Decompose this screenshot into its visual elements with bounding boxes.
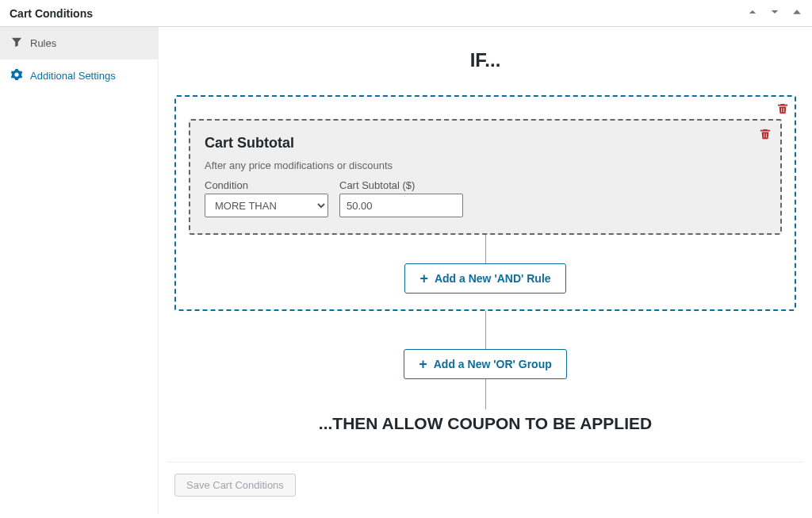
or-group: Cart Subtotal After any price modificati… — [174, 95, 796, 311]
then-heading: ...THEN ALLOW COUPON TO BE APPLIED — [167, 414, 804, 433]
rule-title: Cart Subtotal — [205, 135, 766, 152]
condition-field: Condition MORE THAN — [205, 179, 328, 217]
subtotal-input[interactable] — [339, 194, 463, 217]
connector-line — [485, 311, 486, 349]
funnel-icon — [11, 36, 22, 50]
sidebar: Rules Additional Settings — [0, 27, 159, 514]
add-and-label: Add a New 'AND' Rule — [435, 272, 551, 285]
panel-actions — [747, 6, 802, 20]
save-button[interactable]: Save Cart Conditions — [174, 474, 296, 497]
main-wrap: Rules Additional Settings IF... Cart Sub… — [0, 27, 812, 514]
collapse-icon[interactable] — [791, 6, 802, 20]
condition-select[interactable]: MORE THAN — [205, 194, 328, 217]
connector-line — [485, 235, 486, 263]
subtotal-label: Cart Subtotal ($) — [339, 179, 463, 191]
connector-line — [485, 379, 486, 409]
panel-title: Cart Conditions — [10, 7, 93, 20]
sidebar-item-additional-settings[interactable]: Additional Settings — [0, 59, 158, 92]
sidebar-item-rules[interactable]: Rules — [0, 27, 158, 59]
sidebar-item-label: Additional Settings — [30, 70, 116, 82]
rule-fields: Condition MORE THAN Cart Subtotal ($) — [205, 179, 766, 217]
gear-icon — [11, 69, 22, 82]
subtotal-field: Cart Subtotal ($) — [339, 179, 463, 217]
delete-or-group-button[interactable] — [777, 103, 788, 117]
if-heading: IF... — [167, 49, 804, 71]
delete-and-rule-button[interactable] — [760, 129, 771, 143]
add-or-group-button[interactable]: + Add a New 'OR' Group — [404, 349, 567, 379]
content-area: IF... Cart Subtotal After any price modi… — [159, 27, 812, 514]
add-and-rule-button[interactable]: + Add a New 'AND' Rule — [404, 263, 565, 294]
condition-label: Condition — [205, 179, 328, 191]
and-rule: Cart Subtotal After any price modificati… — [189, 119, 782, 235]
panel-header: Cart Conditions — [0, 0, 812, 27]
sidebar-item-label: Rules — [30, 37, 56, 49]
move-down-icon[interactable] — [769, 6, 780, 20]
move-up-icon[interactable] — [747, 6, 758, 20]
rule-description: After any price modifications or discoun… — [205, 159, 766, 171]
add-or-label: Add a New 'OR' Group — [434, 358, 552, 370]
plus-icon: + — [419, 271, 428, 286]
plus-icon: + — [419, 357, 427, 371]
footer-bar: Save Cart Conditions — [167, 462, 804, 508]
